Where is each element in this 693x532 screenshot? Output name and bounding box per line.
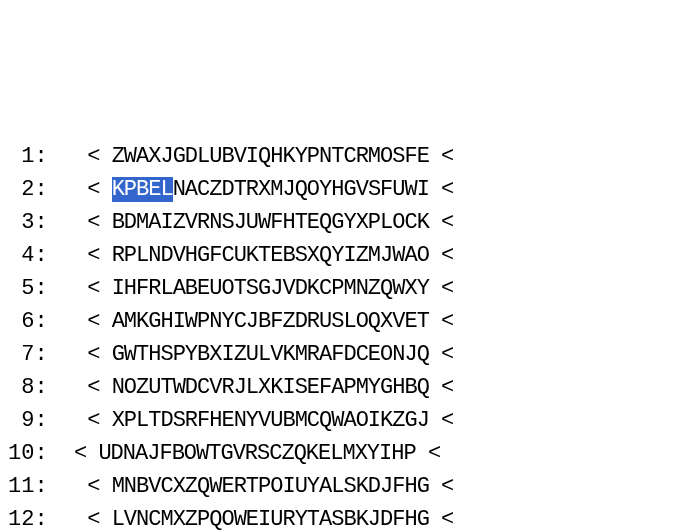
sequence: GWTHSPYBXIZULVKMRAFDCEONJQ	[112, 342, 429, 367]
sequence: LVNCMXZPQOWEIURYTASBKJDFHG	[112, 507, 429, 532]
line-number: 10	[8, 437, 34, 470]
cipher-row-6: 6: < AMKGHIWPNYCJBFZDRUSLOQXVET <	[8, 305, 685, 338]
cipher-row-2: 2: < KPBELNACZDTRXMJQOYHGVSFUWI <	[8, 173, 685, 206]
colon: :	[34, 375, 47, 400]
cipher-rows: 1: < ZWAXJGDLUBVIQHKYPNTCRMOSFE < 2: < K…	[8, 140, 685, 532]
highlighted-text: KPBEL	[112, 177, 173, 202]
bracket-right: <	[429, 144, 453, 169]
cipher-row-12: 12: < LVNCMXZPQOWEIURYTASBKJDFHG <	[8, 503, 685, 532]
cipher-row-9: 9: < XPLTDSRFHENYVUBMCQWAOIKZGJ <	[8, 404, 685, 437]
sequence: BDMAIZVRNSJUWFHTEQGYXPLOCK	[112, 210, 429, 235]
line-number: 4	[8, 239, 34, 272]
bracket-right: <	[429, 375, 453, 400]
bracket-left: <	[87, 507, 111, 532]
colon: :	[34, 177, 47, 202]
sequence: NOZUTWDCVRJLXKISEFAPMYGHBQ	[112, 375, 429, 400]
colon: :	[34, 474, 47, 499]
cipher-row-11: 11: < MNBVCXZQWERTPOIUYALSKDJFHG <	[8, 470, 685, 503]
colon: :	[34, 144, 47, 169]
sequence: UDNAJFBOWTGVRSCZQKELMXYIHP	[98, 441, 415, 466]
line-number: 6	[8, 305, 34, 338]
cipher-row-5: 5: < IHFRLABEUOTSGJVDKCPMNZQWXY <	[8, 272, 685, 305]
bracket-left: <	[87, 474, 111, 499]
bracket-left: <	[74, 441, 98, 466]
cipher-row-8: 8: < NOZUTWDCVRJLXKISEFAPMYGHBQ <	[8, 371, 685, 404]
bracket-left: <	[87, 210, 111, 235]
bracket-right: <	[429, 474, 453, 499]
colon: :	[34, 408, 47, 433]
bracket-left: <	[87, 309, 111, 334]
cipher-row-10: 10: < UDNAJFBOWTGVRSCZQKELMXYIHP <	[8, 437, 685, 470]
cipher-row-1: 1: < ZWAXJGDLUBVIQHKYPNTCRMOSFE <	[8, 140, 685, 173]
colon: :	[34, 507, 47, 532]
line-number: 1	[8, 140, 34, 173]
bracket-left: <	[87, 243, 111, 268]
bracket-right: <	[416, 441, 440, 466]
cipher-row-4: 4: < RPLNDVHGFCUKTEBSXQYIZMJWAO <	[8, 239, 685, 272]
bracket-right: <	[429, 507, 453, 532]
colon: :	[34, 210, 47, 235]
line-number: 3	[8, 206, 34, 239]
cipher-row-3: 3: < BDMAIZVRNSJUWFHTEQGYXPLOCK <	[8, 206, 685, 239]
bracket-left: <	[87, 177, 111, 202]
bracket-right: <	[429, 243, 453, 268]
cipher-row-7: 7: < GWTHSPYBXIZULVKMRAFDCEONJQ <	[8, 338, 685, 371]
line-number: 12	[8, 503, 34, 532]
bracket-right: <	[429, 276, 453, 301]
line-number: 8	[8, 371, 34, 404]
line-number: 11	[8, 470, 34, 503]
bracket-left: <	[87, 375, 111, 400]
bracket-right: <	[429, 177, 453, 202]
bracket-left: <	[87, 144, 111, 169]
sequence: RPLNDVHGFCUKTEBSXQYIZMJWAO	[112, 243, 429, 268]
colon: :	[34, 342, 47, 367]
sequence: ZWAXJGDLUBVIQHKYPNTCRMOSFE	[112, 144, 429, 169]
bracket-right: <	[429, 408, 453, 433]
sequence: KPBELNACZDTRXMJQOYHGVSFUWI	[112, 177, 429, 202]
bracket-left: <	[87, 342, 111, 367]
bracket-left: <	[87, 408, 111, 433]
bracket-left: <	[87, 276, 111, 301]
colon: :	[34, 243, 47, 268]
bracket-right: <	[429, 342, 453, 367]
sequence: IHFRLABEUOTSGJVDKCPMNZQWXY	[112, 276, 429, 301]
line-number: 5	[8, 272, 34, 305]
bracket-right: <	[429, 309, 453, 334]
line-number: 9	[8, 404, 34, 437]
colon: :	[34, 441, 47, 466]
line-number: 7	[8, 338, 34, 371]
sequence: MNBVCXZQWERTPOIUYALSKDJFHG	[112, 474, 429, 499]
bracket-right: <	[429, 210, 453, 235]
sequence: AMKGHIWPNYCJBFZDRUSLOQXVET	[112, 309, 429, 334]
line-number: 2	[8, 173, 34, 206]
colon: :	[34, 309, 47, 334]
sequence: XPLTDSRFHENYVUBMCQWAOIKZGJ	[112, 408, 429, 433]
colon: :	[34, 276, 47, 301]
